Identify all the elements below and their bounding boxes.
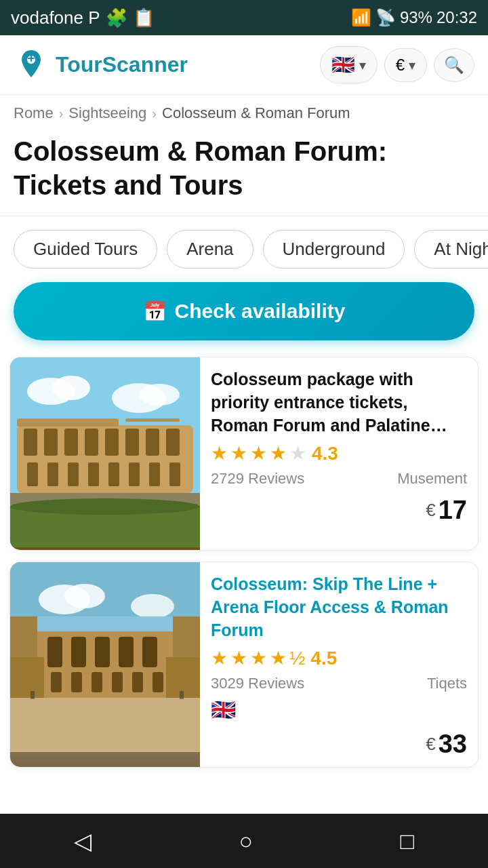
- svg-rect-11: [85, 429, 98, 456]
- star-3: ★: [250, 442, 267, 465]
- svg-rect-40: [95, 637, 110, 667]
- svg-rect-48: [152, 672, 163, 692]
- star2-1: ★: [211, 647, 228, 669]
- uk-flag-icon: 🇬🇧: [331, 54, 355, 76]
- logo-text: TourScanner: [56, 52, 188, 77]
- tour-title-1: Colosseum package with priority entrance…: [211, 368, 467, 437]
- reviews-row-1: 2729 Reviews Musement: [211, 470, 467, 488]
- tour-info-1: Colosseum package with priority entrance…: [200, 357, 478, 550]
- tour-image-1: [10, 357, 200, 550]
- home-button[interactable]: ○: [211, 817, 280, 865]
- svg-rect-23: [169, 462, 180, 486]
- svg-point-27: [10, 498, 200, 515]
- svg-rect-38: [47, 637, 62, 667]
- tour-card-1: Colosseum package with priority entrance…: [9, 357, 479, 551]
- svg-rect-10: [64, 429, 78, 456]
- svg-rect-18: [68, 462, 79, 486]
- uk-flag-small-icon: 🇬🇧: [211, 698, 236, 721]
- tour-stars-1: ★ ★ ★ ★ ★ 4.3: [211, 442, 467, 465]
- breadcrumb-sep-1: ›: [59, 106, 64, 121]
- svg-rect-39: [71, 637, 86, 667]
- price-currency-2: €: [426, 734, 435, 755]
- svg-rect-50: [30, 691, 35, 699]
- svg-rect-41: [119, 637, 134, 667]
- back-button[interactable]: ◁: [47, 816, 119, 865]
- logo: TourScanner: [14, 47, 188, 83]
- star-4: ★: [270, 442, 287, 465]
- provider-1: Musement: [397, 470, 467, 488]
- star2-4: ★: [270, 647, 287, 669]
- chip-arena[interactable]: Arena: [167, 230, 253, 269]
- breadcrumb: Rome › Sightseeing › Colosseum & Roman F…: [0, 95, 488, 127]
- svg-rect-9: [44, 429, 58, 456]
- breadcrumb-current: Colosseum & Roman Forum: [162, 104, 350, 122]
- chip-guided-tours[interactable]: Guided Tours: [14, 230, 157, 269]
- star-2: ★: [230, 442, 247, 465]
- currency-chevron-icon: ▾: [409, 57, 415, 73]
- tour-lang-flag: 🇬🇧: [211, 698, 467, 722]
- currency-selector[interactable]: € ▾: [384, 48, 427, 82]
- star-5: ★: [289, 442, 306, 465]
- star2-5: ½: [289, 648, 305, 669]
- tour-title-2[interactable]: Colosseum: Skip The Line + Arena Floor A…: [211, 573, 467, 642]
- chip-underground[interactable]: Underground: [263, 230, 405, 269]
- svg-rect-25: [125, 418, 180, 422]
- svg-rect-16: [27, 462, 38, 486]
- price-row-1: € 17: [211, 496, 467, 525]
- calendar-icon: 📅: [143, 300, 167, 323]
- svg-point-3: [52, 376, 90, 400]
- tour-info-2: Colosseum: Skip The Line + Arena Floor A…: [200, 562, 478, 767]
- breadcrumb-sightseeing[interactable]: Sightseeing: [68, 104, 146, 122]
- svg-rect-17: [47, 462, 58, 486]
- svg-rect-14: [146, 429, 159, 456]
- svg-point-30: [64, 584, 105, 608]
- carrier-text: vodafone P: [11, 7, 100, 28]
- svg-rect-8: [24, 429, 37, 456]
- language-selector[interactable]: 🇬🇧 ▾: [320, 46, 378, 83]
- svg-rect-24: [17, 418, 119, 427]
- star-1: ★: [211, 442, 228, 465]
- logo-scanner: Scanner: [102, 52, 188, 77]
- svg-rect-19: [88, 462, 99, 486]
- reviews-row-2: 3029 Reviews Tiqets: [211, 675, 467, 692]
- status-left: vodafone P 🧩 📋: [11, 7, 155, 28]
- svg-point-31: [131, 594, 174, 618]
- svg-rect-13: [125, 429, 139, 456]
- rating-num-1: 4.3: [312, 443, 338, 465]
- breadcrumb-sep-2: ›: [152, 106, 157, 121]
- svg-point-5: [139, 384, 180, 406]
- svg-rect-21: [129, 462, 140, 486]
- svg-rect-22: [149, 462, 160, 486]
- svg-rect-35: [10, 698, 200, 752]
- svg-rect-44: [71, 672, 82, 692]
- svg-rect-49: [37, 616, 173, 631]
- recent-button[interactable]: □: [373, 817, 442, 865]
- reviews-count-2: 3029 Reviews: [211, 675, 304, 692]
- filter-chips: Guided Tours Arena Underground At Night: [0, 216, 488, 282]
- star2-2: ★: [230, 647, 247, 669]
- price-2: 33: [439, 730, 467, 759]
- emoji-icon-1: 🧩: [106, 7, 127, 28]
- chip-at-night[interactable]: At Night: [414, 230, 488, 269]
- colosseum-svg-2: [10, 562, 200, 752]
- currency-symbol: €: [396, 56, 405, 75]
- svg-rect-45: [92, 672, 102, 692]
- breadcrumb-rome[interactable]: Rome: [14, 104, 54, 122]
- star2-3: ★: [250, 647, 267, 669]
- svg-rect-47: [132, 672, 143, 692]
- battery-text: 93%: [400, 8, 432, 27]
- page-title: Colosseum & Roman Forum: Tickets and Tou…: [0, 127, 488, 216]
- logo-icon: [14, 47, 49, 83]
- search-button[interactable]: 🔍: [434, 48, 474, 82]
- rating-num-2: 4.5: [310, 648, 337, 669]
- svg-rect-12: [105, 429, 119, 456]
- check-availability-button[interactable]: 📅 Check availability: [14, 282, 474, 340]
- time-text: 20:32: [436, 8, 477, 27]
- logo-tour: Tour: [56, 52, 102, 77]
- check-availability-label: Check availability: [175, 300, 346, 323]
- reviews-count-1: 2729 Reviews: [211, 470, 304, 488]
- bottom-nav: ◁ ○ □: [0, 814, 488, 868]
- lang-chevron-icon: ▾: [359, 57, 366, 73]
- svg-rect-46: [112, 672, 123, 692]
- svg-rect-43: [51, 672, 62, 692]
